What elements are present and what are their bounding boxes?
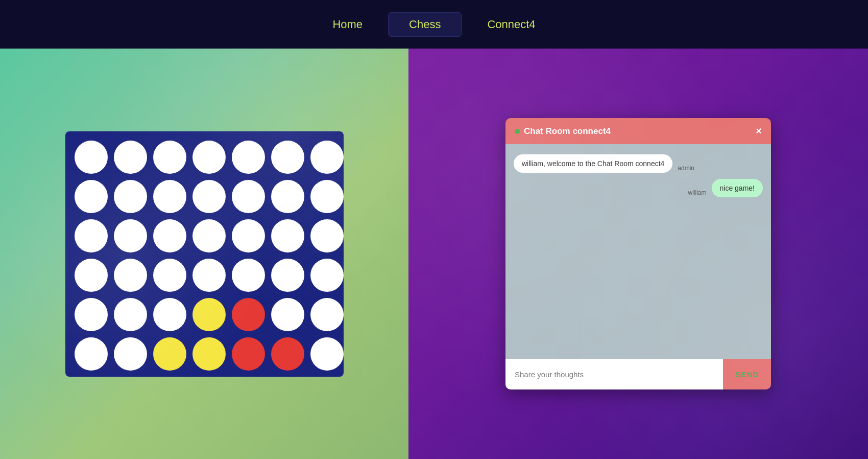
navbar: Home Chess Connect4 xyxy=(0,0,868,49)
message-sender: william xyxy=(688,189,707,196)
board-cell[interactable] xyxy=(232,259,265,292)
board-cell[interactable] xyxy=(153,219,186,253)
board-cell[interactable] xyxy=(310,219,344,253)
board-cell[interactable] xyxy=(114,141,147,174)
board-cell[interactable] xyxy=(192,180,226,213)
board-cell[interactable] xyxy=(192,337,226,371)
board-cell[interactable] xyxy=(75,219,108,253)
connect4-board[interactable] xyxy=(65,131,344,377)
board-cell[interactable] xyxy=(232,180,265,213)
chat-header: Chat Room connect4 × xyxy=(505,118,771,144)
board-cell[interactable] xyxy=(271,180,304,213)
left-panel xyxy=(0,49,408,459)
board-cell[interactable] xyxy=(310,141,344,174)
message-bubble: william, welcome to the Chat Room connec… xyxy=(514,154,672,173)
message-bubble: nice game! xyxy=(712,179,763,197)
board-cell[interactable] xyxy=(75,180,108,213)
board-cell[interactable] xyxy=(153,141,186,174)
online-indicator xyxy=(515,129,520,134)
chat-title: Chat Room connect4 xyxy=(524,126,611,136)
board-cell[interactable] xyxy=(114,337,147,371)
board-cell[interactable] xyxy=(271,141,304,174)
board-cell[interactable] xyxy=(232,337,265,371)
message-row: nice game! william xyxy=(514,179,763,197)
board-cell[interactable] xyxy=(232,141,265,174)
board-cell[interactable] xyxy=(153,298,186,331)
board-cell[interactable] xyxy=(271,337,304,371)
board-cell[interactable] xyxy=(153,180,186,213)
board-cell[interactable] xyxy=(310,298,344,331)
board-cell[interactable] xyxy=(271,259,304,292)
board-cell[interactable] xyxy=(271,219,304,253)
board-cell[interactable] xyxy=(232,219,265,253)
close-button[interactable]: × xyxy=(756,125,762,137)
nav-chess[interactable]: Chess xyxy=(388,12,462,37)
board-cell[interactable] xyxy=(310,337,344,371)
chat-window: Chat Room connect4 × william, welcome to… xyxy=(505,118,771,389)
board-cell[interactable] xyxy=(75,259,108,292)
board-cell[interactable] xyxy=(153,259,186,292)
board-cell[interactable] xyxy=(75,337,108,371)
message-sender: admin xyxy=(678,165,694,172)
board-cell[interactable] xyxy=(75,141,108,174)
main-content: Chat Room connect4 × william, welcome to… xyxy=(0,49,868,459)
board-cell[interactable] xyxy=(153,337,186,371)
message-row: william, welcome to the Chat Room connec… xyxy=(514,154,763,173)
board-cell[interactable] xyxy=(114,298,147,331)
nav-home[interactable]: Home xyxy=(312,13,383,36)
board-cell[interactable] xyxy=(232,298,265,331)
board-cell[interactable] xyxy=(310,180,344,213)
right-panel: Chat Room connect4 × william, welcome to… xyxy=(408,49,868,459)
board-cell[interactable] xyxy=(271,298,304,331)
board-cell[interactable] xyxy=(114,180,147,213)
board-cell[interactable] xyxy=(114,219,147,253)
board-cell[interactable] xyxy=(192,298,226,331)
chat-messages: william, welcome to the Chat Room connec… xyxy=(505,144,771,359)
send-button[interactable]: SEND xyxy=(723,359,771,389)
nav-connect4[interactable]: Connect4 xyxy=(467,13,556,36)
board-cell[interactable] xyxy=(114,259,147,292)
board-cell[interactable] xyxy=(192,259,226,292)
board-cell[interactable] xyxy=(192,219,226,253)
board-cell[interactable] xyxy=(192,141,226,174)
chat-input[interactable] xyxy=(505,359,723,389)
board-cell[interactable] xyxy=(75,298,108,331)
chat-input-area: SEND xyxy=(505,359,771,389)
chat-header-left: Chat Room connect4 xyxy=(515,126,611,136)
board-cell[interactable] xyxy=(310,259,344,292)
